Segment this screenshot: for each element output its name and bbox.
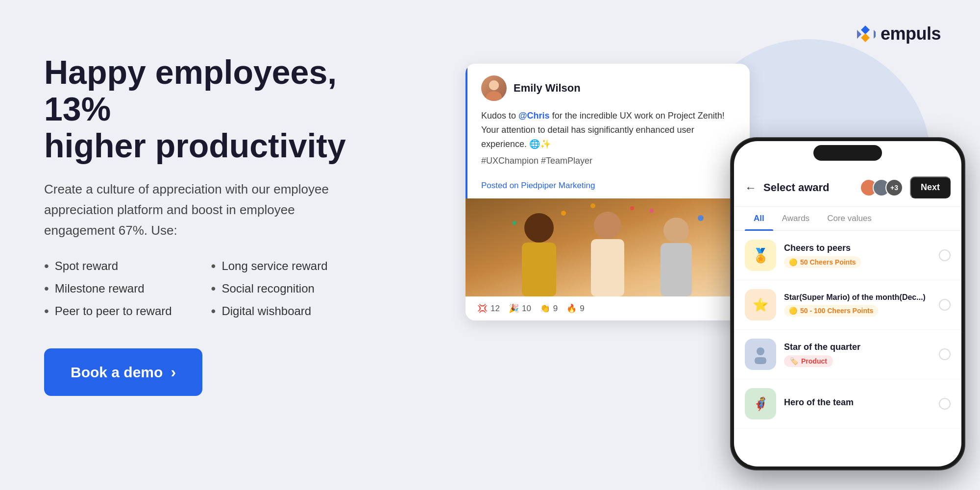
award-mario-points: 🟡 50 - 100 Cheers Points bbox=[784, 305, 878, 317]
svg-rect-11 bbox=[591, 239, 624, 296]
book-demo-button[interactable]: Book a demo › bbox=[44, 348, 202, 396]
cheers-icon: 🏅 bbox=[745, 240, 776, 271]
award-header: ← Select award +3 Next bbox=[734, 169, 961, 207]
subtext: Create a culture of appreciation with ou… bbox=[44, 179, 348, 241]
post-card: Emily Wilson Kudos to @Chris for the inc… bbox=[466, 64, 750, 320]
reaction-1: 💢 12 bbox=[477, 303, 500, 314]
award-mario-info: Star(Super Mario) of the month(Dec...) 🟡… bbox=[784, 293, 931, 317]
award-item-cheers[interactable]: 🏅 Cheers to peers 🟡 50 Cheers Points bbox=[734, 231, 961, 280]
cta-label: Book a demo bbox=[71, 364, 163, 381]
post-hashtags: #UXChampion #TeamPlayer bbox=[481, 154, 736, 168]
right-area: Emily Wilson Kudos to @Chris for the inc… bbox=[441, 0, 980, 490]
svg-point-12 bbox=[663, 218, 689, 243]
bullet-spot-reward: Spot reward bbox=[44, 258, 172, 274]
reaction-3: 👏 9 bbox=[540, 303, 558, 314]
svg-rect-9 bbox=[522, 243, 556, 296]
svg-point-16 bbox=[698, 215, 704, 221]
svg-point-19 bbox=[650, 209, 654, 213]
svg-rect-13 bbox=[661, 243, 692, 296]
bullet-digital-wishboard: Digital wishboard bbox=[211, 303, 328, 319]
phone-inner: ← Select award +3 Next All Awards Core v… bbox=[734, 141, 961, 466]
hero-icon: 🦸 bbox=[745, 388, 776, 419]
svg-point-10 bbox=[594, 212, 621, 239]
phone-notch bbox=[813, 145, 882, 161]
svg-point-20 bbox=[757, 347, 764, 355]
award-mario-name: Star(Super Mario) of the month(Dec...) bbox=[784, 293, 931, 302]
award-item-hero[interactable]: 🦸 Hero of the team bbox=[734, 379, 961, 429]
tab-all[interactable]: All bbox=[745, 207, 773, 230]
svg-point-14 bbox=[561, 211, 566, 216]
award-hero-name: Hero of the team bbox=[784, 397, 931, 408]
bullet-long-service: Long service reward bbox=[211, 258, 328, 274]
bullet-peer-reward: Peer to peer to reward bbox=[44, 303, 172, 319]
svg-point-6 bbox=[489, 80, 499, 90]
award-hero-info: Hero of the team bbox=[784, 397, 931, 411]
back-button[interactable]: ← bbox=[745, 181, 757, 195]
svg-rect-21 bbox=[755, 357, 766, 364]
left-content: Happy employees, 13%higher productivity … bbox=[44, 54, 377, 396]
bullet-milestone-reward: Milestone reward bbox=[44, 281, 172, 296]
tab-core-values[interactable]: Core values bbox=[818, 207, 881, 230]
svg-point-8 bbox=[524, 213, 554, 243]
svg-point-18 bbox=[590, 203, 595, 208]
award-tabs: All Awards Core values bbox=[734, 207, 961, 231]
award-item-quarter[interactable]: Star of the quarter 🏷️ Product bbox=[734, 330, 961, 379]
mario-icon: ⭐ bbox=[745, 289, 776, 320]
award-radio-mario[interactable] bbox=[939, 299, 951, 311]
reaction-bar: 💢 12 🎉 10 👏 9 🔥 9 bbox=[466, 296, 750, 320]
post-mention: @Chris bbox=[518, 111, 550, 121]
reaction-4: 🔥 9 bbox=[566, 303, 584, 314]
award-radio-quarter[interactable] bbox=[939, 348, 951, 360]
main-headline: Happy employees, 13%higher productivity bbox=[44, 54, 377, 164]
avatar-count: +3 bbox=[885, 179, 903, 196]
post-header: Emily Wilson bbox=[466, 64, 750, 109]
award-radio-cheers[interactable] bbox=[939, 249, 951, 261]
award-quarter-info: Star of the quarter 🏷️ Product bbox=[784, 342, 931, 367]
award-cheers-name: Cheers to peers bbox=[784, 243, 931, 253]
cta-arrow-icon: › bbox=[171, 363, 176, 381]
poster-name: Emily Wilson bbox=[514, 82, 581, 95]
svg-point-17 bbox=[513, 221, 516, 225]
feature-list: Spot reward Milestone reward Peer to pee… bbox=[44, 258, 377, 319]
award-avatars: +3 bbox=[860, 179, 903, 196]
award-item-mario[interactable]: ⭐ Star(Super Mario) of the month(Dec...)… bbox=[734, 280, 961, 330]
svg-point-5 bbox=[486, 91, 502, 101]
award-cheers-points: 🟡 50 Cheers Points bbox=[784, 256, 861, 268]
bullet-col-2: Long service reward Social recognition D… bbox=[211, 258, 328, 319]
quarter-icon bbox=[745, 339, 776, 370]
avatar bbox=[481, 75, 507, 101]
post-footer: Posted on Piedpiper Marketing bbox=[466, 176, 750, 198]
reaction-2: 🎉 10 bbox=[509, 303, 531, 314]
tab-awards[interactable]: Awards bbox=[773, 207, 818, 230]
award-cheers-info: Cheers to peers 🟡 50 Cheers Points bbox=[784, 243, 931, 268]
next-button[interactable]: Next bbox=[910, 176, 951, 198]
award-radio-hero[interactable] bbox=[939, 398, 951, 410]
award-quarter-tag: 🏷️ Product bbox=[784, 355, 833, 367]
phone-mockup: ← Select award +3 Next All Awards Core v… bbox=[730, 137, 965, 470]
award-quarter-name: Star of the quarter bbox=[784, 342, 931, 352]
phone-screen: ← Select award +3 Next All Awards Core v… bbox=[734, 141, 961, 466]
svg-point-15 bbox=[630, 206, 634, 210]
post-body: Kudos to @Chris for the incredible UX wo… bbox=[466, 109, 750, 176]
award-select-title: Select award bbox=[763, 181, 853, 194]
bullet-col-1: Spot reward Milestone reward Peer to pee… bbox=[44, 258, 172, 319]
post-image bbox=[466, 198, 750, 296]
bullet-social-recognition: Social recognition bbox=[211, 281, 328, 296]
award-list: 🏅 Cheers to peers 🟡 50 Cheers Points bbox=[734, 231, 961, 465]
